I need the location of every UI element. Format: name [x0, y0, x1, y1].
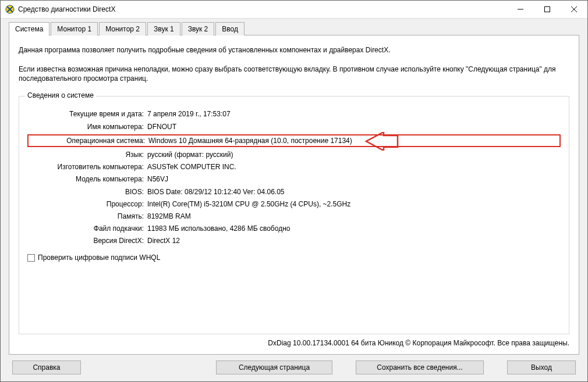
row-value: ASUSTeK COMPUTER INC. — [147, 162, 236, 172]
groupbox-legend: Сведения о системе — [25, 91, 96, 99]
row-value: DirectX 12 — [147, 236, 180, 245]
intro-text-2: Если известна возможная причина неполадк… — [19, 65, 569, 83]
row-manufacturer: Изготовитель компьютера: ASUSTeK COMPUTE… — [27, 162, 561, 172]
exit-button[interactable]: Выход — [507, 360, 576, 374]
row-label: Имя компьютера: — [27, 122, 147, 131]
system-rows: Текущие время и дата: 7 апреля 2019 г., … — [27, 108, 561, 245]
row-memory: Память: 8192MB RAM — [27, 212, 561, 221]
button-bar: Справка Следующая страница Сохранить все… — [9, 355, 579, 374]
client-area: Система Монитор 1 Монитор 2 Звук 1 Звук … — [1, 19, 587, 381]
row-value: 7 апреля 2019 г., 17:53:07 — [147, 109, 231, 119]
row-language: Язык: русский (формат: русский) — [27, 150, 561, 159]
whql-checkbox-row: Проверить цифровые подписи WHQL — [27, 254, 561, 262]
titlebar: Средство диагностики DirectX — [1, 1, 587, 19]
dxdiag-app-icon — [5, 5, 15, 14]
dxdiag-window: Средство диагностики DirectX Система Мон… — [0, 0, 588, 382]
row-bios: BIOS: BIOS Date: 08/29/12 10:12:40 Ver: … — [27, 187, 561, 197]
row-value: DFNOUT — [147, 122, 176, 131]
row-label: Текущие время и дата: — [27, 109, 147, 119]
row-os: Операционная система: Windows 10 Домашня… — [27, 134, 561, 147]
row-label: Версия DirectX: — [27, 236, 147, 245]
svg-rect-2 — [545, 7, 550, 12]
minimize-button[interactable] — [507, 1, 534, 18]
maximize-button[interactable] — [534, 1, 561, 18]
row-label: Файл подкачки: — [27, 224, 147, 233]
whql-checkbox-label: Проверить цифровые подписи WHQL — [38, 254, 160, 262]
tab-sound-1[interactable]: Звук 1 — [147, 22, 180, 35]
row-pagefile: Файл подкачки: 11983 МБ использовано, 42… — [27, 224, 561, 233]
row-label: Изготовитель компьютера: — [27, 162, 147, 172]
tab-sound-2[interactable]: Звук 2 — [182, 22, 215, 35]
spacer — [104, 360, 193, 374]
row-processor: Процессор: Intel(R) Core(TM) i5-3210M CP… — [27, 199, 561, 209]
save-all-button[interactable]: Сохранить все сведения... — [356, 360, 484, 374]
next-page-button[interactable]: Следующая страница — [216, 360, 332, 374]
whql-checkbox[interactable] — [27, 254, 35, 262]
window-title: Средство диагностики DirectX — [18, 5, 507, 13]
tab-page-system: Данная программа позволяет получить подр… — [9, 35, 579, 355]
row-label: Память: — [27, 212, 147, 221]
row-value: N56VJ — [147, 174, 168, 184]
row-computer-name: Имя компьютера: DFNOUT — [27, 122, 561, 131]
footer-copyright: DxDiag 10.00.17134.0001 64 бита Юникод ©… — [19, 339, 569, 347]
row-value: Windows 10 Домашняя 64-разрядная (10.0, … — [148, 136, 352, 145]
intro-text-1: Данная программа позволяет получить подр… — [19, 46, 569, 54]
system-info-group: Сведения о системе Текущие время и дата:… — [19, 96, 569, 334]
row-label: Процессор: — [27, 199, 147, 209]
row-directx-version: Версия DirectX: DirectX 12 — [27, 236, 561, 245]
tab-system[interactable]: Система — [9, 22, 49, 35]
close-button[interactable] — [561, 1, 587, 18]
row-value: 8192MB RAM — [147, 212, 191, 221]
row-datetime: Текущие время и дата: 7 апреля 2019 г., … — [27, 109, 561, 119]
row-model: Модель компьютера: N56VJ — [27, 174, 561, 184]
help-button[interactable]: Справка — [12, 360, 81, 374]
row-label: Модель компьютера: — [27, 174, 147, 184]
tab-display-1[interactable]: Монитор 1 — [51, 22, 98, 35]
row-label: Язык: — [27, 150, 147, 159]
tab-display-2[interactable]: Монитор 2 — [99, 22, 146, 35]
tab-strip: Система Монитор 1 Монитор 2 Звук 1 Звук … — [9, 22, 579, 35]
tab-input[interactable]: Ввод — [215, 22, 245, 35]
row-label: Операционная система: — [29, 136, 148, 145]
row-value: Intel(R) Core(TM) i5-3210M CPU @ 2.50GHz… — [147, 199, 350, 209]
row-value: русский (формат: русский) — [147, 150, 233, 159]
row-value: 11983 МБ использовано, 4286 МБ свободно — [147, 224, 290, 233]
row-label: BIOS: — [27, 187, 147, 197]
row-value: BIOS Date: 08/29/12 10:12:40 Ver: 04.06.… — [147, 187, 285, 197]
